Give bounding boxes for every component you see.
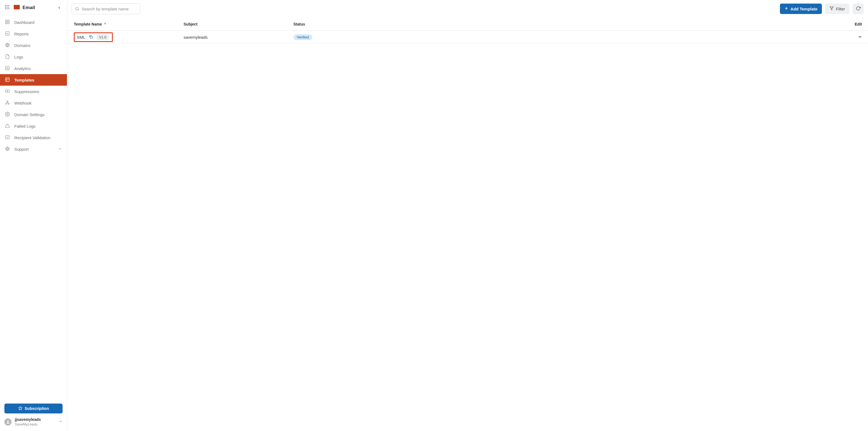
svg-line-45: [78, 10, 79, 10]
user-name: jjsavemyleads: [15, 417, 41, 422]
column-template-name[interactable]: Template Name: [74, 22, 184, 26]
sort-asc-icon: [103, 22, 107, 26]
cell-edit: [411, 34, 868, 40]
template-highlight-box: SML V1.0: [74, 32, 113, 42]
column-subject[interactable]: Subject: [184, 22, 293, 26]
svg-rect-1: [7, 5, 7, 6]
svg-point-43: [7, 421, 8, 422]
sidebar-item-logs[interactable]: Logs: [0, 51, 67, 63]
star-icon: [18, 406, 23, 411]
collapse-sidebar-button[interactable]: [56, 4, 63, 11]
svg-rect-7: [7, 8, 7, 9]
column-label: Status: [293, 22, 305, 26]
sidebar-item-webhook[interactable]: Webhook: [0, 97, 67, 109]
subscription-button[interactable]: Subscription: [4, 404, 63, 413]
filter-icon: [830, 6, 834, 11]
add-template-button[interactable]: Add Template: [780, 4, 822, 14]
copy-icon[interactable]: [89, 35, 93, 40]
brand-title: Email: [23, 5, 35, 10]
avatar: [4, 419, 11, 426]
svg-point-31: [7, 101, 8, 102]
sidebar-item-label: Domains: [14, 43, 30, 48]
svg-marker-42: [19, 406, 22, 410]
svg-marker-48: [830, 7, 833, 10]
column-status[interactable]: Status: [293, 22, 411, 26]
sidebar-item-label: Webhook: [14, 101, 32, 105]
svg-rect-6: [5, 8, 6, 9]
column-edit: Edit: [411, 22, 868, 26]
cell-subject: savemyleads: [184, 35, 293, 39]
svg-point-37: [7, 148, 8, 150]
search-input[interactable]: [72, 3, 140, 14]
sidebar-item-label: Templates: [14, 78, 34, 82]
sidebar-header: Email: [0, 0, 67, 16]
sidebar-item-recipient-validation[interactable]: Recipient Validation: [0, 132, 67, 143]
sidebar-item-support[interactable]: Support: [0, 143, 67, 155]
support-icon: [5, 146, 10, 152]
user-meta: jjsavemyleads SaveMyLeads: [15, 417, 41, 427]
sidebar-item-suppressions[interactable]: Suppressions: [0, 86, 67, 97]
filter-label: Filter: [836, 7, 845, 11]
sidebar-nav: Dashboard Reports Domains Logs Analytics…: [0, 16, 67, 400]
email-icon: [14, 5, 20, 11]
svg-rect-27: [5, 90, 9, 92]
templates-table: Template Name Subject Status Edit SML: [67, 18, 868, 431]
sidebar-item-failed-logs[interactable]: Failed Logs: [0, 120, 67, 132]
svg-rect-35: [5, 135, 9, 139]
svg-rect-8: [8, 8, 9, 9]
subject-text: savemyleads: [184, 35, 208, 39]
chevron-up-icon[interactable]: [59, 420, 63, 424]
topbar: Add Template Filter: [67, 0, 868, 18]
sidebar-item-domain-settings[interactable]: Domain Settings: [0, 109, 67, 120]
suppressions-icon: [5, 89, 10, 94]
search-wrap: [72, 3, 140, 14]
filter-button[interactable]: Filter: [825, 4, 849, 14]
sidebar: Email Dashboard Reports Domains Logs: [0, 0, 67, 431]
svg-rect-12: [5, 22, 7, 24]
table-row[interactable]: SML V1.0 savemyleads Verified: [67, 31, 868, 44]
svg-rect-50: [90, 36, 92, 38]
svg-rect-13: [8, 22, 9, 24]
refresh-button[interactable]: [852, 4, 864, 14]
warning-icon: [5, 123, 10, 129]
table-header: Template Name Subject Status Edit: [67, 18, 868, 31]
app-launcher-icon[interactable]: [4, 4, 10, 11]
reports-icon: [5, 31, 10, 37]
svg-rect-4: [7, 7, 7, 7]
sidebar-item-reports[interactable]: Reports: [0, 28, 67, 39]
column-label: Template Name: [74, 22, 102, 26]
sidebar-footer: Subscription jjsavemyleads SaveMyLeads: [0, 400, 67, 431]
refresh-icon: [856, 6, 861, 11]
template-name: SML: [77, 35, 85, 39]
sidebar-item-label: Failed Logs: [14, 124, 36, 128]
svg-point-32: [7, 113, 8, 115]
sidebar-item-label: Domain Settings: [14, 112, 44, 117]
logs-icon: [5, 54, 10, 60]
subscription-label: Subscription: [25, 406, 49, 411]
svg-rect-0: [5, 5, 6, 6]
svg-point-44: [76, 7, 78, 10]
sidebar-item-dashboard[interactable]: Dashboard: [0, 17, 67, 28]
status-badge: Verified: [293, 34, 312, 40]
domains-icon: [5, 42, 10, 48]
sidebar-item-label: Analytics: [14, 66, 31, 71]
chevron-down-icon: [58, 147, 62, 152]
svg-rect-5: [8, 7, 9, 7]
expand-row-button[interactable]: [858, 34, 863, 40]
sidebar-item-templates[interactable]: Templates: [0, 74, 67, 86]
svg-rect-11: [8, 20, 9, 22]
sidebar-item-label: Suppressions: [14, 89, 39, 94]
column-label: Subject: [184, 22, 197, 26]
version-chip: V1.0: [96, 34, 109, 40]
sidebar-item-domains[interactable]: Domains: [0, 39, 67, 51]
analytics-icon: [5, 66, 10, 71]
sidebar-item-analytics[interactable]: Analytics: [0, 63, 67, 74]
sidebar-item-label: Logs: [14, 55, 23, 59]
user-row[interactable]: jjsavemyleads SaveMyLeads: [4, 417, 63, 427]
add-template-label: Add Template: [790, 7, 817, 11]
svg-rect-2: [8, 5, 9, 6]
plus-icon: [784, 6, 788, 11]
column-label: Edit: [855, 22, 862, 26]
dashboard-icon: [5, 20, 10, 25]
settings-icon: [5, 112, 10, 118]
